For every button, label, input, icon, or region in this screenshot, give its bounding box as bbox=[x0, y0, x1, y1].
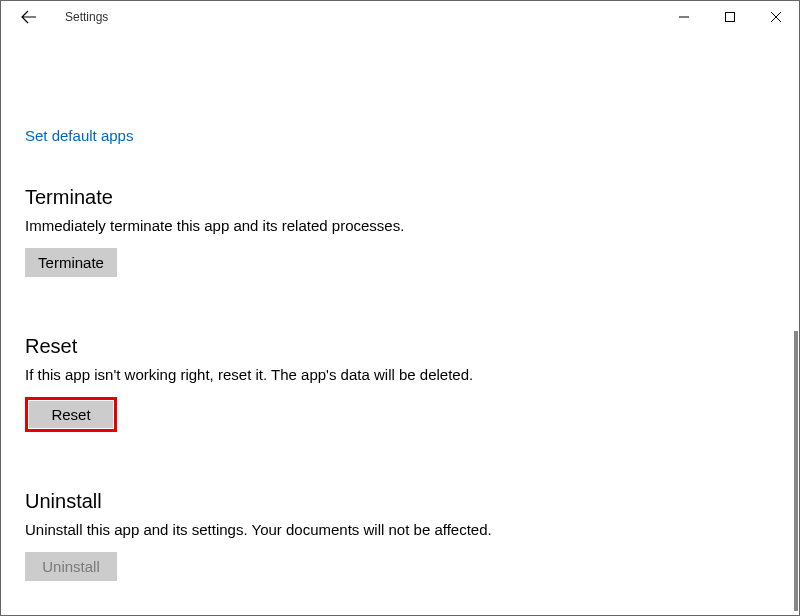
close-icon bbox=[771, 12, 781, 22]
close-button[interactable] bbox=[753, 1, 799, 33]
set-default-apps-link[interactable]: Set default apps bbox=[25, 127, 133, 144]
maximize-icon bbox=[725, 12, 735, 22]
reset-section: Reset If this app isn't working right, r… bbox=[25, 335, 775, 432]
reset-desc: If this app isn't working right, reset i… bbox=[25, 366, 775, 383]
terminate-section: Terminate Immediately terminate this app… bbox=[25, 186, 775, 277]
reset-button-highlight: Reset bbox=[25, 397, 117, 432]
titlebar: Settings bbox=[1, 1, 799, 33]
uninstall-title: Uninstall bbox=[25, 490, 775, 513]
uninstall-section: Uninstall Uninstall this app and its set… bbox=[25, 490, 775, 581]
window-controls bbox=[661, 1, 799, 33]
reset-title: Reset bbox=[25, 335, 775, 358]
terminate-desc: Immediately terminate this app and its r… bbox=[25, 217, 775, 234]
minimize-icon bbox=[679, 12, 689, 22]
back-button[interactable] bbox=[9, 1, 49, 33]
terminate-button[interactable]: Terminate bbox=[25, 248, 117, 277]
minimize-button[interactable] bbox=[661, 1, 707, 33]
content-area: Set default apps Terminate Immediately t… bbox=[1, 33, 799, 581]
reset-button[interactable]: Reset bbox=[29, 401, 113, 428]
window-title: Settings bbox=[65, 10, 108, 24]
uninstall-desc: Uninstall this app and its settings. You… bbox=[25, 521, 775, 538]
uninstall-button: Uninstall bbox=[25, 552, 117, 581]
svg-rect-1 bbox=[726, 13, 735, 22]
back-arrow-icon bbox=[21, 9, 37, 25]
maximize-button[interactable] bbox=[707, 1, 753, 33]
terminate-title: Terminate bbox=[25, 186, 775, 209]
scrollbar[interactable] bbox=[794, 331, 798, 611]
